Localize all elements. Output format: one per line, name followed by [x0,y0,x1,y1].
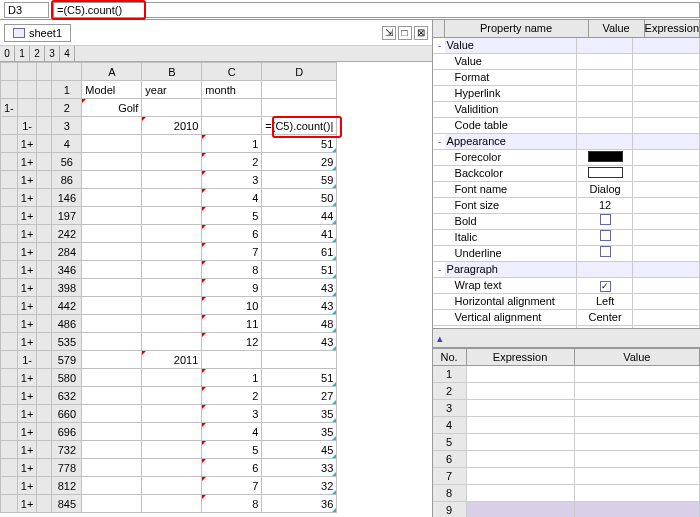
property-expression[interactable] [633,38,700,53]
outline-toggle[interactable] [1,81,18,99]
property-row[interactable]: Hyperlink [433,86,700,102]
property-expression[interactable] [633,198,700,213]
property-value[interactable] [577,150,633,165]
cell[interactable]: 48 [262,315,337,333]
outline-toggle[interactable]: 1+ [17,315,37,333]
property-row[interactable]: Bold [433,214,700,230]
property-value[interactable] [577,134,633,149]
outline-toggle[interactable] [1,333,18,351]
property-expression[interactable] [633,294,700,309]
outline-level-btn[interactable]: 0 [0,46,15,61]
property-expression[interactable] [633,310,700,325]
cell[interactable] [142,459,202,477]
property-row[interactable]: -Value [433,38,700,54]
cell[interactable] [142,171,202,189]
expression-row[interactable]: 7 [433,468,700,485]
expression-row[interactable]: 1 [433,366,700,383]
cell[interactable] [82,477,142,495]
property-value[interactable] [577,38,633,53]
cell[interactable] [142,369,202,387]
outline-toggle[interactable] [1,405,18,423]
cell[interactable]: 6 [202,459,262,477]
row-header[interactable]: 732 [52,441,82,459]
outline-toggle[interactable]: 1+ [17,441,37,459]
cell[interactable]: 6 [202,225,262,243]
row-header[interactable]: 2 [52,99,82,117]
cell[interactable]: 41 [262,225,337,243]
cell[interactable]: 2 [202,153,262,171]
outline-toggle[interactable] [1,441,18,459]
cell[interactable]: 8 [202,495,262,513]
cell[interactable] [202,117,262,135]
cell[interactable] [142,297,202,315]
cell[interactable]: 29 [262,153,337,171]
cell[interactable]: 43 [262,279,337,297]
outline-toggle[interactable] [1,387,18,405]
cell[interactable] [142,207,202,225]
property-value[interactable] [577,230,633,245]
tree-toggle-icon[interactable]: - [433,262,445,277]
cell[interactable]: 45 [262,441,337,459]
cell[interactable] [82,351,142,369]
row-header[interactable]: 535 [52,333,82,351]
row-header[interactable]: 146 [52,189,82,207]
outline-toggle[interactable]: 1+ [17,279,37,297]
cell[interactable]: Golf [82,99,142,117]
expression-row[interactable]: 4 [433,417,700,434]
cell[interactable]: 3 [202,171,262,189]
outline-level-btn[interactable]: 1 [15,46,30,61]
outline-toggle[interactable] [1,117,18,135]
outline-toggle[interactable]: 1+ [17,243,37,261]
formula-input[interactable] [53,2,700,18]
property-row[interactable]: Italic [433,230,700,246]
outline-toggle[interactable]: 1+ [17,261,37,279]
cell[interactable]: 27 [262,387,337,405]
property-value[interactable] [577,166,633,181]
property-value[interactable] [577,54,633,69]
row-header[interactable]: 579 [52,351,82,369]
property-expression[interactable] [633,182,700,197]
row-header[interactable]: 486 [52,315,82,333]
row-header[interactable]: 197 [52,207,82,225]
outline-toggle[interactable] [1,459,18,477]
cell[interactable]: 51 [262,369,337,387]
cell[interactable]: 7 [202,243,262,261]
row-header[interactable]: 86 [52,171,82,189]
outline-toggle[interactable]: 1+ [17,297,37,315]
outline-toggle[interactable]: 1+ [17,477,37,495]
property-value[interactable] [577,262,633,277]
row-header[interactable]: 812 [52,477,82,495]
cell[interactable] [142,333,202,351]
cell[interactable]: month [202,81,262,99]
cell[interactable] [82,261,142,279]
cell[interactable] [82,405,142,423]
outline-toggle[interactable] [1,495,18,513]
cell[interactable]: 44 [262,207,337,225]
outline-toggle[interactable]: 1+ [17,387,37,405]
cell[interactable]: 7 [202,477,262,495]
tree-toggle-icon[interactable]: - [433,134,445,149]
outline-toggle[interactable]: 1- [17,117,37,135]
cell[interactable] [142,225,202,243]
row-header[interactable]: 3 [52,117,82,135]
cell[interactable]: 59 [262,171,337,189]
property-expression[interactable] [633,262,700,277]
outline-toggle[interactable]: 1+ [17,369,37,387]
property-expression[interactable] [633,134,700,149]
cell[interactable]: =(C5).count()| [262,117,337,135]
checkbox-icon[interactable] [600,246,611,257]
property-expression[interactable] [633,214,700,229]
cell[interactable]: 35 [262,423,337,441]
cell[interactable]: 2 [202,387,262,405]
cell[interactable]: 9 [202,279,262,297]
row-header[interactable]: 696 [52,423,82,441]
outline-toggle[interactable] [1,297,18,315]
property-row[interactable]: Font nameDialog [433,182,700,198]
outline-toggle[interactable]: 1+ [17,135,37,153]
property-row[interactable]: Underline [433,246,700,262]
outline-toggle[interactable] [1,171,18,189]
property-row[interactable]: Value [433,54,700,70]
row-header[interactable]: 845 [52,495,82,513]
cell[interactable]: 12 [202,333,262,351]
outline-level-btn[interactable]: 4 [60,46,75,61]
